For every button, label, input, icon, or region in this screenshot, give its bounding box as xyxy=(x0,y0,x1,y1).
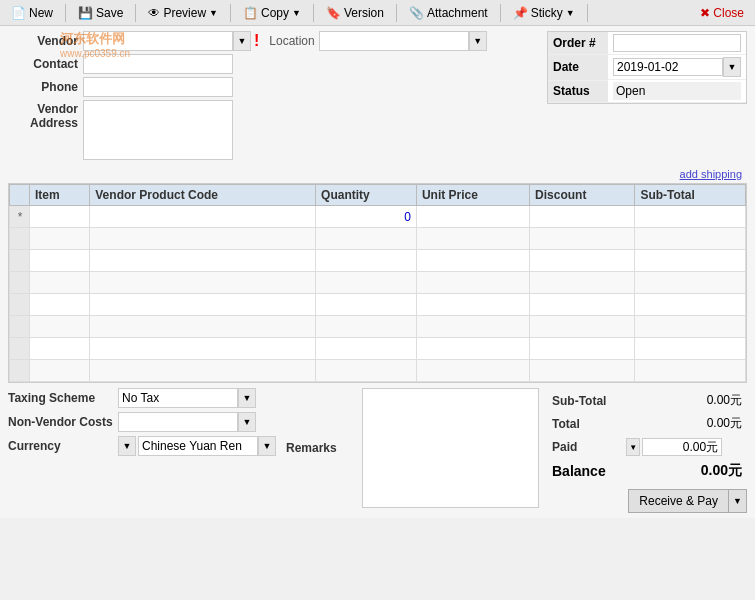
discount-cell[interactable] xyxy=(530,360,635,382)
discount-cell[interactable] xyxy=(530,316,635,338)
sub-total-cell[interactable] xyxy=(635,360,746,382)
vendor-dropdown-btn[interactable]: ▼ xyxy=(233,31,251,51)
add-shipping-link[interactable]: add shipping xyxy=(8,168,747,180)
receive-pay-button[interactable]: Receive & Pay xyxy=(628,489,729,513)
col-header-sub-total: Sub-Total xyxy=(635,185,746,206)
non-vendor-costs-select[interactable] xyxy=(118,412,238,432)
sub-total-cell[interactable] xyxy=(635,294,746,316)
new-button[interactable]: 📄 New xyxy=(5,3,59,23)
vendor-code-cell[interactable] xyxy=(90,294,316,316)
sticky-button[interactable]: 📌 Sticky ▼ xyxy=(507,3,581,23)
discount-cell[interactable] xyxy=(530,228,635,250)
order-num-input[interactable] xyxy=(613,34,741,52)
unit-price-cell[interactable] xyxy=(416,228,529,250)
non-vendor-costs-arrow[interactable]: ▼ xyxy=(238,412,256,432)
asterisk-cell xyxy=(10,360,30,382)
vendor-code-cell[interactable] xyxy=(90,228,316,250)
discount-cell[interactable] xyxy=(530,338,635,360)
attachment-button[interactable]: 📎 Attachment xyxy=(403,3,494,23)
item-cell[interactable] xyxy=(30,360,90,382)
unit-price-cell[interactable] xyxy=(416,206,529,228)
discount-cell[interactable] xyxy=(530,250,635,272)
phone-label: Phone xyxy=(8,80,83,94)
item-cell[interactable] xyxy=(30,206,90,228)
status-row: Status xyxy=(548,80,746,103)
sub-total-cell[interactable] xyxy=(635,272,746,294)
date-dropdown-btn[interactable]: ▼ xyxy=(723,57,741,77)
phone-row: Phone xyxy=(8,77,539,97)
separator xyxy=(313,4,314,22)
table-row[interactable] xyxy=(10,294,746,316)
unit-price-cell[interactable] xyxy=(416,360,529,382)
sub-total-cell[interactable] xyxy=(635,338,746,360)
vendor-code-cell[interactable] xyxy=(90,250,316,272)
vendor-code-cell[interactable] xyxy=(90,360,316,382)
vendor-input[interactable] xyxy=(83,31,233,51)
item-cell[interactable] xyxy=(30,250,90,272)
item-cell[interactable] xyxy=(30,294,90,316)
quantity-cell[interactable] xyxy=(316,294,417,316)
version-button[interactable]: 🔖 Version xyxy=(320,3,390,23)
paid-dropdown-btn[interactable]: ▼ xyxy=(626,438,640,456)
taxing-scheme-group: Taxing Scheme No Tax ▼ xyxy=(8,388,278,408)
phone-input[interactable] xyxy=(83,77,233,97)
quantity-cell[interactable] xyxy=(316,316,417,338)
table-row[interactable] xyxy=(10,250,746,272)
location-dropdown-btn[interactable]: ▼ xyxy=(469,31,487,51)
toolbar: 📄 New 💾 Save 👁 Preview ▼ 📋 Copy ▼ 🔖 Vers… xyxy=(0,0,755,26)
save-button[interactable]: 💾 Save xyxy=(72,3,129,23)
currency-left-arrow[interactable]: ▼ xyxy=(118,436,136,456)
table-header-row: Item Vendor Product Code Quantity Unit P… xyxy=(10,185,746,206)
sub-total-cell[interactable] xyxy=(635,250,746,272)
paid-input[interactable] xyxy=(642,438,722,456)
unit-price-cell[interactable] xyxy=(416,316,529,338)
discount-cell[interactable] xyxy=(530,206,635,228)
preview-button[interactable]: 👁 Preview ▼ xyxy=(142,3,224,23)
table-row[interactable] xyxy=(10,228,746,250)
address-label: Vendor Address xyxy=(8,100,83,130)
discount-cell[interactable] xyxy=(530,294,635,316)
unit-price-cell[interactable] xyxy=(416,250,529,272)
table-row[interactable] xyxy=(10,338,746,360)
table-row[interactable] xyxy=(10,272,746,294)
close-button[interactable]: ✖ Close xyxy=(694,3,750,23)
date-input[interactable] xyxy=(613,58,723,76)
sub-total-cell[interactable] xyxy=(635,316,746,338)
receive-pay-dropdown-btn[interactable]: ▼ xyxy=(729,489,747,513)
copy-button[interactable]: 📋 Copy ▼ xyxy=(237,3,307,23)
currency-right-arrow[interactable]: ▼ xyxy=(258,436,276,456)
sticky-icon: 📌 xyxy=(513,6,528,20)
sub-total-cell[interactable] xyxy=(635,228,746,250)
table-row[interactable] xyxy=(10,316,746,338)
quantity-cell[interactable]: 0 xyxy=(316,206,417,228)
taxing-scheme-arrow[interactable]: ▼ xyxy=(238,388,256,408)
currency-select[interactable]: Chinese Yuan Ren xyxy=(138,436,258,456)
item-cell[interactable] xyxy=(30,228,90,250)
quantity-cell[interactable] xyxy=(316,272,417,294)
quantity-cell[interactable] xyxy=(316,250,417,272)
item-cell[interactable] xyxy=(30,316,90,338)
location-input[interactable] xyxy=(319,31,469,51)
remarks-textarea[interactable] xyxy=(362,388,539,508)
vendor-code-cell[interactable] xyxy=(90,206,316,228)
quantity-cell[interactable] xyxy=(316,338,417,360)
sub-total-cell[interactable] xyxy=(635,206,746,228)
unit-price-cell[interactable] xyxy=(416,338,529,360)
quantity-cell[interactable] xyxy=(316,360,417,382)
table-row[interactable]: * 0 xyxy=(10,206,746,228)
quantity-cell[interactable] xyxy=(316,228,417,250)
vendor-code-cell[interactable] xyxy=(90,338,316,360)
item-cell[interactable] xyxy=(30,338,90,360)
table-row[interactable] xyxy=(10,360,746,382)
discount-cell[interactable] xyxy=(530,272,635,294)
vendor-code-cell[interactable] xyxy=(90,316,316,338)
unit-price-cell[interactable] xyxy=(416,272,529,294)
contact-input[interactable] xyxy=(83,54,233,74)
unit-price-cell[interactable] xyxy=(416,294,529,316)
order-info-section: Order # Date ▼ Status xyxy=(547,31,747,104)
date-label: Date xyxy=(548,55,608,81)
vendor-code-cell[interactable] xyxy=(90,272,316,294)
taxing-scheme-select[interactable]: No Tax xyxy=(118,388,238,408)
item-cell[interactable] xyxy=(30,272,90,294)
address-textarea[interactable] xyxy=(83,100,233,160)
